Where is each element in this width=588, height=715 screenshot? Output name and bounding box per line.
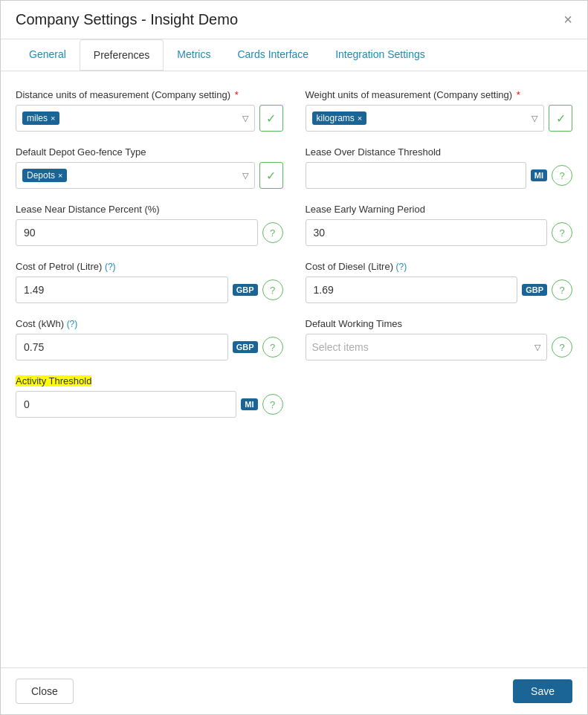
lease-early-warning-input[interactable]	[306, 219, 548, 246]
depot-geofence-tag-close[interactable]: ×	[58, 171, 62, 180]
cost-kwh-group: Cost (kWh) (?) GBP ?	[16, 318, 283, 360]
cost-diesel-input[interactable]	[306, 276, 518, 303]
tab-integration-settings[interactable]: Integration Settings	[322, 39, 439, 71]
lease-distance-label: Lease Over Distance Threshold	[306, 146, 573, 158]
company-settings-dialog: Company Settings - Insight Demo × Genera…	[0, 0, 588, 715]
activity-threshold-badge: MI	[241, 398, 257, 410]
empty-cell	[306, 375, 573, 418]
weight-units-label: Weight units of measurement (Company set…	[306, 89, 573, 100]
activity-threshold-grid: Activity Threshold MI ?	[16, 375, 572, 418]
weight-units-tag-close[interactable]: ×	[358, 114, 362, 123]
lease-near-percent-group: Lease Near Distance Percent (%) ?	[16, 204, 283, 246]
tab-preferences[interactable]: Preferences	[80, 39, 164, 71]
cost-diesel-input-row: GBP ?	[306, 276, 573, 303]
cost-kwh-input[interactable]	[16, 334, 228, 360]
distance-units-confirm-button[interactable]: ✓	[259, 105, 283, 132]
tab-metrics[interactable]: Metrics	[164, 39, 224, 71]
default-working-times-select[interactable]: Select items ▽	[306, 334, 548, 360]
dialog-title: Company Settings - Insight Demo	[16, 11, 238, 28]
lease-distance-group: Lease Over Distance Threshold MI ?	[306, 146, 573, 189]
tab-general[interactable]: General	[16, 39, 80, 71]
activity-threshold-highlight: Activity Threshold	[16, 375, 91, 386]
cost-petrol-help-button[interactable]: ?	[262, 279, 283, 300]
cost-diesel-group: Cost of Diesel (Litre) (?) GBP ?	[306, 261, 573, 303]
activity-threshold-group: Activity Threshold MI ?	[16, 375, 283, 418]
cost-diesel-badge: GBP	[522, 284, 547, 296]
lease-distance-input-row: MI ?	[306, 162, 573, 189]
cost-kwh-label: Cost (kWh) (?)	[16, 318, 283, 329]
lease-early-warning-label: Lease Early Warning Period	[306, 204, 573, 215]
cost-diesel-help-link[interactable]: (?)	[396, 262, 407, 272]
weight-units-tags: kilograms ×	[312, 111, 367, 125]
lease-near-percent-input[interactable]	[16, 219, 258, 246]
lease-distance-badge: MI	[531, 169, 547, 181]
tab-cards-interface[interactable]: Cards Interface	[224, 39, 322, 71]
activity-threshold-input[interactable]	[16, 391, 236, 418]
cost-diesel-help-button[interactable]: ?	[552, 279, 572, 300]
cost-petrol-label: Cost of Petrol (Litre) (?)	[16, 261, 283, 272]
lease-distance-input[interactable]	[306, 162, 526, 189]
depot-geofence-confirm-button[interactable]: ✓	[259, 162, 283, 189]
lease-early-warning-input-row: ?	[306, 219, 573, 246]
default-working-times-placeholder: Select items	[312, 341, 369, 353]
dialog-footer: Close Save	[1, 667, 587, 714]
distance-units-tag: miles ×	[22, 111, 59, 125]
dialog-header: Company Settings - Insight Demo ×	[1, 1, 587, 39]
save-button[interactable]: Save	[513, 679, 572, 703]
default-working-times-help-button[interactable]: ?	[552, 337, 572, 358]
weight-units-input-row: kilograms × ▽ ✓	[306, 105, 573, 132]
distance-units-dropdown-arrow[interactable]: ▽	[242, 114, 248, 123]
weight-units-group: Weight units of measurement (Company set…	[306, 89, 573, 132]
weight-units-confirm-button[interactable]: ✓	[549, 105, 572, 132]
lease-early-warning-help-button[interactable]: ?	[552, 222, 572, 243]
tabs-bar: General Preferences Metrics Cards Interf…	[1, 39, 587, 71]
form-grid: Distance units of measurement (Company s…	[16, 89, 572, 360]
cost-petrol-input[interactable]	[16, 276, 228, 303]
distance-units-select[interactable]: miles × ▽	[16, 105, 255, 132]
dialog-body: Distance units of measurement (Company s…	[1, 71, 587, 667]
depot-geofence-tag: Depots ×	[22, 169, 67, 182]
default-working-times-label: Default Working Times	[306, 318, 573, 329]
activity-threshold-help-button[interactable]: ?	[262, 394, 283, 415]
weight-units-tag: kilograms ×	[312, 111, 367, 125]
cost-kwh-help-link[interactable]: (?)	[67, 319, 78, 329]
cost-diesel-label: Cost of Diesel (Litre) (?)	[306, 261, 573, 272]
distance-units-tags: miles ×	[22, 111, 59, 125]
depot-geofence-group: Default Depot Geo-fence Type Depots × ▽ …	[16, 146, 283, 189]
cost-petrol-help-link[interactable]: (?)	[105, 262, 116, 272]
distance-units-label: Distance units of measurement (Company s…	[16, 89, 283, 100]
default-working-times-input-row: Select items ▽ ?	[306, 334, 573, 360]
activity-threshold-label: Activity Threshold	[16, 375, 283, 386]
lease-early-warning-group: Lease Early Warning Period ?	[306, 204, 573, 246]
depot-geofence-label: Default Depot Geo-fence Type	[16, 146, 283, 158]
cost-petrol-group: Cost of Petrol (Litre) (?) GBP ?	[16, 261, 283, 303]
cost-kwh-help-button[interactable]: ?	[262, 337, 283, 358]
depot-geofence-dropdown-arrow[interactable]: ▽	[242, 171, 248, 181]
dialog-close-button[interactable]: ×	[563, 11, 572, 28]
default-working-times-group: Default Working Times Select items ▽ ?	[306, 318, 573, 360]
lease-distance-help-button[interactable]: ?	[552, 165, 572, 186]
distance-units-required: *	[232, 89, 239, 100]
lease-near-percent-help-button[interactable]: ?	[262, 222, 283, 243]
weight-units-required: *	[514, 89, 520, 100]
cost-kwh-input-row: GBP ?	[16, 334, 283, 360]
cost-petrol-badge: GBP	[233, 284, 258, 296]
weight-units-select[interactable]: kilograms × ▽	[306, 105, 545, 132]
distance-units-input-row: miles × ▽ ✓	[16, 105, 283, 132]
cost-kwh-badge: GBP	[233, 341, 258, 353]
distance-units-tag-close[interactable]: ×	[51, 114, 55, 123]
depot-geofence-input-row: Depots × ▽ ✓	[16, 162, 283, 189]
cost-petrol-input-row: GBP ?	[16, 276, 283, 303]
default-working-times-dropdown-arrow[interactable]: ▽	[534, 343, 540, 352]
depot-geofence-tags: Depots ×	[22, 169, 67, 182]
activity-threshold-input-row: MI ?	[16, 391, 283, 418]
weight-units-dropdown-arrow[interactable]: ▽	[532, 114, 537, 123]
distance-units-group: Distance units of measurement (Company s…	[16, 89, 283, 132]
depot-geofence-select[interactable]: Depots × ▽	[16, 162, 255, 189]
close-button[interactable]: Close	[16, 679, 74, 704]
lease-near-percent-label: Lease Near Distance Percent (%)	[16, 204, 283, 215]
lease-near-percent-input-row: ?	[16, 219, 283, 246]
